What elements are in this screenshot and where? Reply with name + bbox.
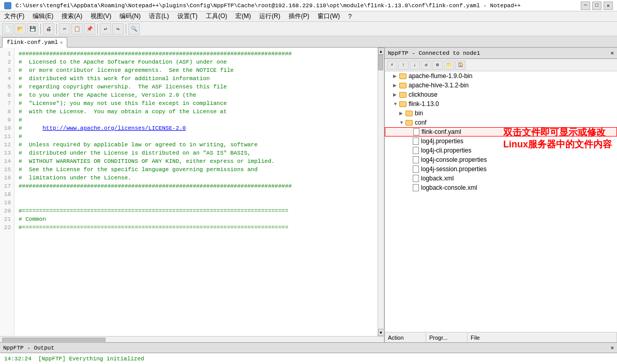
menu-item-p[interactable]: 插件(P) [284,11,313,21]
cut-button[interactable]: ✂ [59,23,70,35]
file-icon [413,138,419,145]
tree-item-label: log4j-session.properties [421,165,487,173]
output-close-icon[interactable]: ✕ [610,344,614,351]
nppftp-close-icon[interactable]: ✕ [610,50,614,56]
line-num-7: 7 [3,99,11,108]
ftp-col-action-label: Action [388,335,404,341]
vscroll-thumb[interactable] [378,55,383,70]
menu-item-a[interactable]: 搜索(A) [57,11,86,21]
chevron-right-icon: ▶ [393,83,399,88]
code-line-13: # distributed under the License is distr… [19,149,373,157]
line-numbers: 1 2 3 4 5 6 7 8 9 10 11 12 13 14 15 16 1 [0,48,14,336]
tree-item-log4j-session[interactable]: log4j-session.properties [385,164,617,174]
find-button[interactable]: 🔍 [128,23,140,35]
output-line-1: 14:32:24 [NppFTP] Everything initialized [4,355,613,363]
folder-icon [399,83,407,88]
tab-flink-conf[interactable]: flink-conf.yaml ✕ [2,37,67,48]
nppftp-settings-btn[interactable]: ⚙ [432,60,443,70]
output-content: 14:32:24 [NppFTP] Everything initialized… [0,353,617,364]
menu-item-[interactable]: ? [344,11,356,21]
tree-item-conf[interactable]: ▼ conf [385,118,617,127]
menu-item-r[interactable]: 运行(R) [255,11,284,21]
menu-item-n[interactable]: 编码(N) [115,11,145,21]
menu-item-e[interactable]: 编辑(E) [28,11,57,21]
tree-item-flink[interactable]: ▼ flink-1.13.0 [385,99,617,109]
menu-item-w[interactable]: 窗口(W) [313,11,344,21]
code-line-1: ########################################… [19,50,373,58]
tree-item-label: flink-conf.yaml [422,128,461,135]
code-line-2: # Licensed to the Apache Software Founda… [19,58,373,66]
menu-item-l[interactable]: 语言(L) [145,11,173,21]
code-line-11: # [19,132,373,141]
menu-item-o[interactable]: 工具(O) [202,11,231,21]
code-line-5: # regarding copyright ownership. The ASF… [19,83,373,91]
nppftp-folder-btn[interactable]: 📁 [444,60,454,70]
editor-hscrollbar[interactable] [0,336,384,342]
ftp-col-action: Action [385,332,426,342]
title-text: C:\Users\tengfei\AppData\Roaming\Notepad… [16,3,577,9]
print-button[interactable]: 🖨 [43,23,54,35]
line-num-10: 10 [3,124,11,132]
line-num-17: 17 [3,182,11,190]
tree-item-label: logback-console.xml [421,184,477,191]
line-num-15: 15 [3,165,11,174]
line-num-11: 11 [3,132,11,141]
undo-button[interactable]: ↩ [100,23,111,35]
code-content[interactable]: ########################################… [14,48,378,336]
tree-item-clickhouse[interactable]: ▶ clickhouse [385,90,617,99]
tree-item-log4j-console[interactable]: log4j-console.properties [385,155,617,164]
open-button[interactable]: 📂 [14,23,26,35]
tree-item-apache-flume[interactable]: ▶ apache-flume-1.9.0-bin [385,71,617,81]
line-num-14: 14 [3,157,11,165]
nppftp-connect-btn[interactable]: ⚡ [387,60,397,70]
chevron-right-icon: ▶ [399,111,405,116]
code-line-17: ########################################… [19,182,373,190]
line-num-18: 18 [3,190,11,199]
vscroll-up[interactable]: ▲ [378,48,384,55]
redo-button[interactable]: ↪ [112,23,124,35]
nppftp-home-btn[interactable]: 🏠 [455,60,465,70]
nppftp-download-btn[interactable]: ↓ [410,60,420,70]
menu-item-v[interactable]: 视图(V) [86,11,115,21]
app-icon [4,2,11,9]
folder-icon [399,92,407,98]
tree-item-label: logback.xml [421,175,454,182]
vscroll-down[interactable]: ▼ [378,329,384,336]
maximize-button[interactable]: □ [592,2,601,10]
vscroll-track[interactable] [378,55,384,329]
code-line-14: # WITHOUT WARRANTIES OR CONDITIONS OF AN… [19,157,373,165]
output-header: NppFTP - Output ✕ [0,343,617,353]
save-button[interactable]: 💾 [27,23,38,35]
chevron-right-icon: ▶ [393,73,399,79]
code-line-18 [19,190,373,199]
line-num-16: 16 [3,174,11,182]
paste-button[interactable]: 📌 [84,23,95,35]
nppftp-upload-btn[interactable]: ↑ [398,60,409,70]
nppftp-refresh-btn[interactable]: ↺ [421,60,431,70]
tree-item-label: log4j-console.properties [421,156,487,163]
new-button[interactable]: 📄 [2,23,13,35]
menu-item-m[interactable]: 宏(M) [231,11,255,21]
hscroll-thumb[interactable] [2,338,106,342]
chevron-down-icon: ▼ [393,101,399,107]
nppftp-title: NppFTP - Connected to node1 [388,50,480,56]
code-line-10: # http://www.apache.org/licenses/LICENSE… [19,124,373,132]
file-icon [413,184,419,191]
tree-item-apache-hive[interactable]: ▶ apache-hive-3.1.2-bin [385,81,617,90]
tree-item-logback-console[interactable]: logback-console.xml [385,183,617,192]
tree-item-label: clickhouse [409,91,438,98]
title-bar: C:\Users\tengfei\AppData\Roaming\Notepad… [0,0,617,11]
tree-item-bin[interactable]: ▶ bin [385,109,617,118]
chevron-down-icon: ▼ [399,120,405,125]
copy-button[interactable]: 📋 [71,23,83,35]
editor-vscrollbar[interactable]: ▲ ▼ [378,48,384,336]
code-line-9: # [19,116,373,124]
menu-item-t[interactable]: 设置(T) [173,11,202,21]
close-button[interactable]: ✕ [604,2,613,10]
tree-item-logback[interactable]: logback.xml [385,174,617,183]
tab-close-button[interactable]: ✕ [60,40,63,46]
code-line-22: #=======================================… [19,223,373,232]
minimize-button[interactable]: ─ [581,2,590,10]
nppftp-toolbar: ⚡ ↑ ↓ ↺ ⚙ 📁 🏠 [385,59,617,71]
menu-item-f[interactable]: 文件(F) [0,11,28,21]
